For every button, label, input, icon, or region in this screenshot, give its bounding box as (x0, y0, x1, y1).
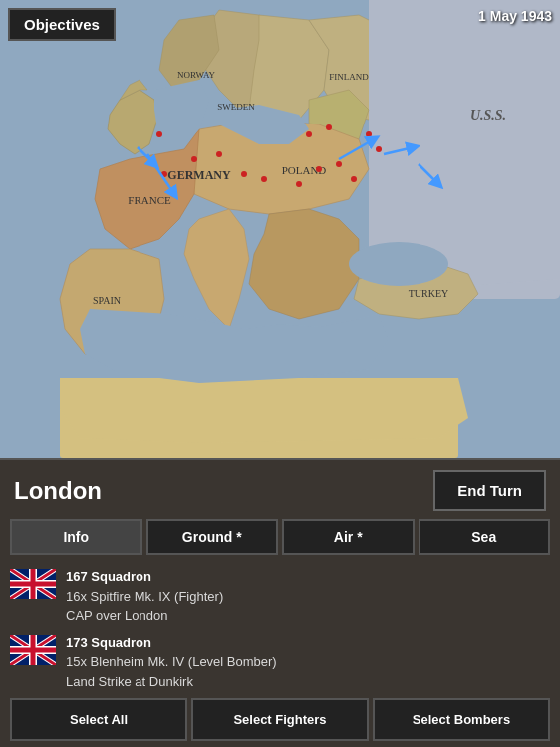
svg-point-37 (336, 161, 342, 167)
end-turn-button[interactable]: End Turn (433, 470, 546, 511)
svg-point-33 (241, 171, 247, 177)
svg-point-36 (316, 166, 322, 172)
svg-point-42 (376, 146, 382, 152)
tab-air[interactable]: Air * (282, 519, 415, 555)
list-item: 167 Squadron 16x Spitfire Mk. IX (Fighte… (10, 567, 550, 625)
svg-point-45 (156, 131, 162, 137)
svg-point-31 (191, 156, 197, 162)
svg-text:TURKEY: TURKEY (409, 288, 449, 299)
action-row: Select All Select Fighters Select Bomber… (0, 692, 560, 747)
uk-flag-icon (10, 569, 56, 599)
svg-text:GERMANY: GERMANY (167, 168, 231, 182)
svg-text:NORWAY: NORWAY (177, 70, 216, 80)
tab-sea[interactable]: Sea (419, 519, 551, 555)
date-display: 1 May 1943 (478, 8, 552, 24)
select-fighters-button[interactable]: Select Fighters (191, 698, 369, 741)
list-item: 173 Squadron 15x Blenheim Mk. IV (Level … (10, 633, 550, 692)
svg-point-40 (326, 124, 332, 130)
unit-squadron: 167 Squadron (66, 567, 223, 587)
svg-point-35 (296, 181, 302, 187)
bottom-panel: London End Turn Info Ground * Air * Sea (0, 458, 560, 747)
svg-point-41 (366, 131, 372, 137)
unit-detail1: 16x Spitfire Mk. IX (Fighter) (66, 587, 223, 607)
svg-text:FRANCE: FRANCE (128, 194, 171, 206)
uk-flag-icon (10, 635, 56, 665)
unit-detail2: Land Strike at Dunkirk (66, 672, 277, 692)
city-name: London (14, 477, 102, 505)
map-view[interactable]: GERMANY POLAND SWEDEN NORWAY FINLAND FRA… (0, 0, 560, 458)
tab-row: Info Ground * Air * Sea (0, 519, 560, 563)
svg-point-38 (351, 176, 357, 182)
select-all-button[interactable]: Select All (10, 698, 187, 741)
unit-squadron: 173 Squadron (66, 633, 277, 653)
objectives-button[interactable]: Objectives (8, 8, 116, 41)
tab-info[interactable]: Info (10, 519, 142, 555)
unit-text: 167 Squadron 16x Spitfire Mk. IX (Fighte… (66, 567, 223, 625)
svg-text:FINLAND: FINLAND (329, 72, 369, 82)
unit-text: 173 Squadron 15x Blenheim Mk. IV (Level … (66, 633, 277, 692)
svg-point-39 (306, 131, 312, 137)
svg-point-32 (216, 151, 222, 157)
unit-detail1: 15x Blenheim Mk. IV (Level Bomber) (66, 652, 277, 672)
svg-marker-15 (60, 378, 468, 443)
unit-list: 167 Squadron 16x Spitfire Mk. IX (Fighte… (0, 563, 560, 692)
tab-ground[interactable]: Ground * (146, 519, 279, 555)
panel-header: London End Turn (0, 460, 560, 519)
svg-text:SPAIN: SPAIN (93, 295, 121, 306)
svg-text:U.S.S.: U.S.S. (470, 108, 506, 123)
unit-detail2: CAP over London (66, 606, 223, 625)
select-bombers-button[interactable]: Select Bombers (373, 698, 550, 741)
svg-point-16 (349, 242, 448, 286)
svg-text:SWEDEN: SWEDEN (217, 102, 255, 112)
svg-point-34 (261, 176, 267, 182)
